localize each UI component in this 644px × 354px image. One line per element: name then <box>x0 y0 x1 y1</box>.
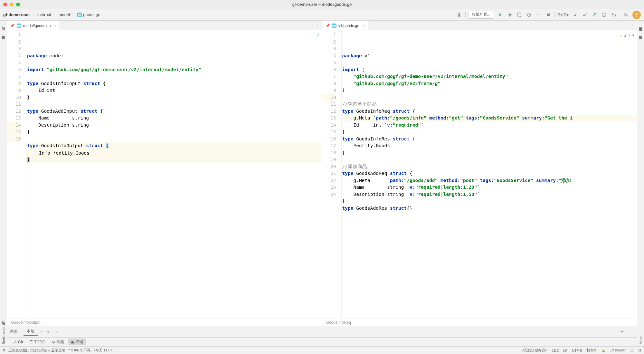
status-encoding[interactable]: UTF-8 <box>572 349 582 352</box>
toolwindow-problems[interactable]: ⊘问题 <box>49 339 67 345</box>
git-push-button[interactable] <box>591 11 598 18</box>
run-button[interactable] <box>497 11 504 18</box>
close-terminal-tab[interactable]: × <box>40 330 43 334</box>
code-line[interactable]: Info *entity.Goods <box>26 149 322 157</box>
code-line[interactable]: type GoodsInfoRes struct { <box>342 136 637 143</box>
rollback-button[interactable] <box>610 11 617 18</box>
code-line[interactable] <box>342 212 637 219</box>
code-line[interactable]: Description string <box>26 122 322 129</box>
status-indent[interactable]: 制表符 <box>586 348 597 353</box>
status-icon[interactable]: ⧉ <box>3 348 5 352</box>
code-line[interactable]: Id int <box>26 87 322 94</box>
code-line[interactable] <box>26 73 322 80</box>
code-line[interactable]: } <box>342 129 637 136</box>
breadcrumb-folder[interactable]: internal <box>37 12 51 17</box>
breadcrumb-folder[interactable]: model <box>59 12 70 17</box>
code-line[interactable]: } <box>342 198 637 205</box>
line-number-gutter[interactable]: 123456789101112131415161718192021222324 <box>322 30 342 319</box>
run-configuration-dropdown[interactable]: 添加配置... <box>468 11 494 19</box>
code-line[interactable]: package model <box>26 53 322 60</box>
code-line[interactable]: package v1 <box>342 53 637 60</box>
code-line[interactable]: type GoodsAddInput struct { <box>26 108 322 115</box>
readonly-lock-icon[interactable] <box>601 349 605 352</box>
toolwindow-pull-requests[interactable]: 拉取请求 <box>0 31 6 35</box>
navigation-breadcrumbs[interactable]: gf-demo-user internal model go goods.go <box>3 12 100 17</box>
code-line[interactable] <box>26 101 322 108</box>
line-number-gutter[interactable]: 12345678910111213141516 <box>7 30 26 319</box>
code-line[interactable] <box>26 59 322 66</box>
code-line[interactable] <box>342 94 637 101</box>
toolwindow-make[interactable]: Make <box>638 334 643 346</box>
code-line[interactable]: type GoodsInfoOutput struct { <box>26 142 322 149</box>
close-tab-button[interactable]: × <box>54 23 56 28</box>
tabs-menu-button[interactable]: ⋮ <box>627 21 637 30</box>
stop-button[interactable] <box>545 11 552 18</box>
search-everywhere-button[interactable] <box>623 11 630 18</box>
code-line[interactable]: ) <box>342 87 637 94</box>
code-line[interactable]: import "github.com/gogf/gf-demo-user/v2/… <box>26 66 322 73</box>
coverage-button[interactable] <box>516 11 523 18</box>
editor-breadcrumb-left[interactable]: GoodsInfoOutput <box>7 319 322 326</box>
editor-breadcrumb-right[interactable]: GoodsInfoReq <box>322 319 637 326</box>
memory-indicator-icon[interactable]: ◔ <box>638 348 641 352</box>
editor-tab-v1-goods[interactable]: 📌 go v1/goods.go × <box>322 21 369 30</box>
git-pull-button[interactable] <box>572 11 579 18</box>
code-line[interactable]: *entity.Goods <box>342 142 637 149</box>
status-message[interactable]: 正在查找接口方法的用法 // 显示选项 (⌃⇧⌘F7) 不再... (今天 11… <box>8 348 114 353</box>
code-line[interactable] <box>26 136 322 143</box>
close-window-button[interactable] <box>3 3 7 6</box>
new-terminal-button[interactable]: ＋ <box>45 329 52 335</box>
code-line[interactable]: Name string <box>26 115 322 122</box>
terminal-hide-button[interactable]: — <box>628 329 634 335</box>
toolwindow-structure[interactable]: 结构 <box>0 316 6 320</box>
git-branch-widget[interactable]: master <box>610 348 626 352</box>
terminal-tab-local[interactable]: 本地 <box>24 327 38 336</box>
profiler-button[interactable] <box>526 11 533 18</box>
code-line[interactable]: //查询单个商品 <box>342 101 637 108</box>
toolwindow-database[interactable]: 数据库 <box>638 31 644 35</box>
code-line[interactable]: } <box>26 156 322 163</box>
code-line[interactable]: type GoodsInfoInput struct { <box>26 80 322 87</box>
code-line[interactable]: import ( <box>342 66 637 73</box>
breadcrumb-file[interactable]: go goods.go <box>77 12 100 17</box>
code-line[interactable]: "github.com/gogf/gf-demo-user/v2/interna… <box>342 73 637 80</box>
deployment-icon[interactable]: ⬡ <box>630 348 634 352</box>
toolwindow-todo[interactable]: ☰TODO <box>27 339 48 345</box>
code-editor-left[interactable]: ✓ package model import "github.com/gogf/… <box>26 30 322 319</box>
code-line[interactable]: } <box>342 149 637 157</box>
toolwindow-bookmarks[interactable]: Bookmarks <box>1 325 6 346</box>
history-button[interactable] <box>601 11 608 18</box>
code-line[interactable]: g.Meta `path:"/goods/info" method:"get" … <box>342 115 637 122</box>
code-line[interactable] <box>342 59 637 66</box>
toolwindow-git[interactable]: ⎇Git <box>10 339 25 345</box>
tabs-menu-button[interactable]: ⋮ <box>312 21 322 30</box>
maximize-window-button[interactable] <box>16 3 20 6</box>
close-tab-button[interactable]: × <box>363 23 365 28</box>
ide-settings-button[interactable] <box>632 11 641 19</box>
debug-button[interactable] <box>506 11 513 18</box>
code-line[interactable]: g.Meta `path:"/goods/add" method:"post" … <box>342 177 637 184</box>
inspection-indicator[interactable]: ⚠ 2 ∧ ∨ <box>620 32 634 39</box>
minimize-window-button[interactable] <box>10 3 14 6</box>
code-editor-right[interactable]: ⚠ 2 ∧ ∨ package v1 import ( "github.com/… <box>342 30 637 319</box>
git-commit-button[interactable] <box>581 11 588 18</box>
code-line[interactable]: Name string `v:"required|length:1,20"` <box>342 184 637 191</box>
terminal-dropdown-button[interactable]: ⌄ <box>54 329 61 335</box>
code-line[interactable]: Id int `v:"required"` <box>342 122 637 129</box>
breadcrumb-project[interactable]: gf-demo-user <box>3 12 30 17</box>
code-line[interactable]: Description string `v:"required|length:1… <box>342 191 637 198</box>
toolwindow-terminal[interactable]: ▣终端 <box>68 339 86 345</box>
code-line[interactable]: "github.com/gogf/gf/v2/frame/g" <box>342 80 637 87</box>
code-line[interactable]: } <box>26 94 322 101</box>
status-caret-position[interactable]: 16:2 <box>552 349 559 352</box>
inspection-ok-icon[interactable]: ✓ <box>316 32 319 39</box>
code-line[interactable]: //添加商品 <box>342 163 637 170</box>
next-highlight-button[interactable]: ∨ <box>632 32 634 39</box>
code-line[interactable]: type GoodsInfoReq struct { <box>342 108 637 115</box>
toolwindow-project[interactable]: 项目 <box>0 23 6 26</box>
code-line[interactable]: } <box>26 129 322 136</box>
status-line-separator[interactable]: LF <box>563 349 567 352</box>
code-line[interactable]: type GoodsAddRes struct{} <box>342 205 637 212</box>
user-icon[interactable] <box>456 11 463 18</box>
status-server[interactable]: <无默认服务器> <box>522 348 547 353</box>
